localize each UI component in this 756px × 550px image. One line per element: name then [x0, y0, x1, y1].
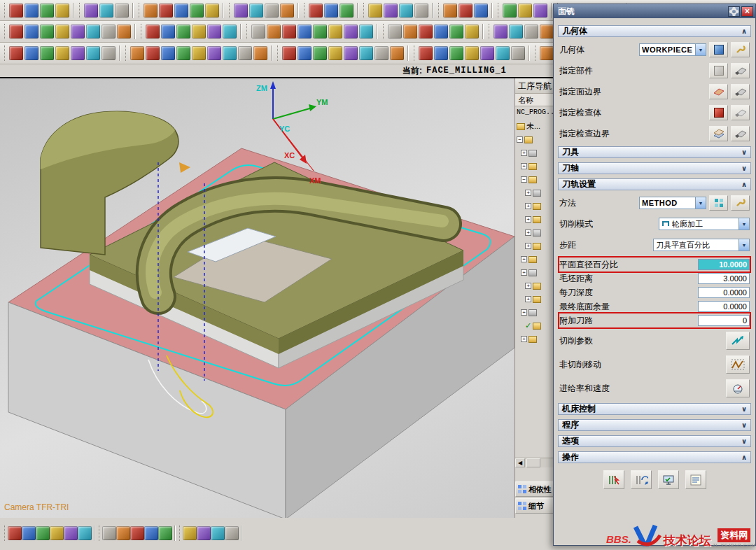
- toolbar-icon[interactable]: [282, 46, 296, 60]
- tree-node[interactable]: ✓: [515, 319, 553, 332]
- toolbar-icon[interactable]: [298, 46, 312, 60]
- toolbar-icon[interactable]: [197, 526, 211, 540]
- toolbar-icon[interactable]: [71, 24, 85, 38]
- section-geometry-header[interactable]: 几何体 ∧: [558, 25, 751, 37]
- expand-icon[interactable]: +: [525, 283, 531, 289]
- toolbar-icon[interactable]: [24, 3, 38, 17]
- toolbar-icon[interactable]: [192, 46, 206, 60]
- final-floor-stock-input[interactable]: 0.0000: [698, 301, 750, 312]
- navigator-title[interactable]: 工序导航: [515, 78, 553, 94]
- toolbar-icon[interactable]: [328, 46, 342, 60]
- section-options-header[interactable]: 选项 ∨: [558, 435, 751, 447]
- section-tool-header[interactable]: 刀具 ∨: [558, 146, 751, 158]
- edit-geometry-button[interactable]: [731, 42, 750, 57]
- blank-distance-input[interactable]: 3.0000: [698, 273, 750, 284]
- toolbar-icon[interactable]: [225, 526, 239, 540]
- new-geometry-button[interactable]: [709, 42, 728, 57]
- collapse-icon[interactable]: −: [517, 136, 523, 143]
- toolbar-icon[interactable]: [344, 46, 358, 60]
- dialog-title-bar[interactable]: 面铣 ×: [554, 4, 755, 18]
- expand-icon[interactable]: +: [525, 243, 531, 249]
- toolbar-icon[interactable]: [414, 3, 428, 17]
- scroll-left-icon[interactable]: ◀: [515, 458, 525, 467]
- toolbar-icon[interactable]: [324, 3, 338, 17]
- toolbar-icon[interactable]: [443, 3, 457, 17]
- stepover-combo[interactable]: 刀具平直百分比 ▼: [653, 239, 750, 251]
- toolbar-icon[interactable]: [22, 526, 36, 540]
- select-face-boundary-button[interactable]: [709, 84, 728, 99]
- select-part-button[interactable]: [709, 63, 728, 78]
- tree-node[interactable]: +: [515, 226, 553, 239]
- toolbar-icon[interactable]: [524, 24, 538, 38]
- toolbar-icon[interactable]: [146, 24, 160, 38]
- scroll-thumb[interactable]: [526, 458, 540, 467]
- dialog-options-button[interactable]: [728, 6, 740, 17]
- toolbar-icon[interactable]: [280, 3, 294, 17]
- toolbar-icon[interactable]: [434, 46, 448, 60]
- toolbar-icon[interactable]: [146, 46, 160, 60]
- toolbar-icon[interactable]: [116, 526, 130, 540]
- toolbar-icon[interactable]: [9, 3, 23, 17]
- toolbar-icon[interactable]: [309, 3, 323, 17]
- toolbar-icon[interactable]: [399, 3, 413, 17]
- toolbar-icon[interactable]: [207, 46, 221, 60]
- details-panel-bar[interactable]: 细节: [515, 498, 553, 514]
- feeds-speeds-button[interactable]: [726, 379, 750, 397]
- section-tool-axis-header[interactable]: 刀轴 ∨: [558, 162, 751, 174]
- toolbar-icon[interactable]: [511, 46, 525, 60]
- toolbar-icon[interactable]: [161, 24, 175, 38]
- expand-icon[interactable]: +: [521, 256, 527, 262]
- expand-icon[interactable]: +: [525, 216, 531, 223]
- toolbar-icon[interactable]: [8, 526, 22, 540]
- highlight-face-boundary-button[interactable]: [731, 84, 750, 99]
- tree-node[interactable]: 未...: [515, 120, 553, 133]
- toolbar-icon[interactable]: [493, 24, 507, 38]
- section-path-settings-header[interactable]: 刀轨设置 ∧: [558, 178, 751, 190]
- toolbar-icon[interactable]: [390, 46, 404, 60]
- toolbar-icon[interactable]: [71, 46, 85, 60]
- chevron-down-icon[interactable]: ▼: [695, 44, 706, 55]
- expand-icon[interactable]: +: [521, 309, 527, 316]
- toolbar-icon[interactable]: [176, 24, 190, 38]
- toolbar-icon[interactable]: [465, 24, 479, 38]
- tree-node[interactable]: +: [515, 186, 553, 199]
- toolbar-icon[interactable]: [465, 46, 479, 60]
- toolbar-icon[interactable]: [540, 46, 554, 60]
- tree-node[interactable]: +: [515, 306, 553, 319]
- dependencies-panel-bar[interactable]: 相依性: [515, 481, 553, 497]
- highlight-check-body-button[interactable]: [731, 105, 750, 120]
- tree-node[interactable]: −: [515, 133, 553, 146]
- tree-node[interactable]: +: [515, 239, 553, 253]
- navigator-name-column[interactable]: 名称: [515, 94, 553, 106]
- additional-passes-input[interactable]: 0: [698, 315, 750, 326]
- toolbar-icon[interactable]: [55, 3, 69, 17]
- tree-node[interactable]: +: [515, 266, 553, 279]
- toolbar-icon[interactable]: [50, 526, 64, 540]
- toolbar-icon[interactable]: [190, 3, 204, 17]
- toolbar-icon[interactable]: [518, 3, 532, 17]
- toolbar-icon[interactable]: [192, 24, 206, 38]
- toolbar-icon[interactable]: [223, 24, 237, 38]
- toolbar-icon[interactable]: [267, 24, 281, 38]
- toolbar-icon[interactable]: [24, 24, 38, 38]
- tree-node[interactable]: +: [515, 213, 553, 226]
- tree-node[interactable]: +: [515, 253, 553, 266]
- toolbar-icon[interactable]: [340, 3, 354, 17]
- list-toolpath-button[interactable]: [685, 470, 706, 489]
- toolbar-icon[interactable]: [384, 3, 398, 17]
- tree-node[interactable]: +: [515, 146, 553, 160]
- toolbar-icon[interactable]: [24, 46, 38, 60]
- toolbar-icon[interactable]: [328, 24, 342, 38]
- verify-toolpath-button[interactable]: [658, 470, 679, 489]
- toolbar-icon[interactable]: [78, 526, 92, 540]
- section-machine-control-header[interactable]: 机床控制 ∨: [558, 403, 751, 415]
- graphics-viewport[interactable]: ZM YM YC XC XM Camera TFR-TRI: [0, 78, 514, 518]
- generate-toolpath-button[interactable]: [603, 470, 624, 489]
- expand-icon[interactable]: +: [525, 203, 531, 209]
- tree-node[interactable]: +: [515, 160, 553, 173]
- tree-node[interactable]: +: [515, 292, 553, 306]
- toolbar-icon[interactable]: [55, 24, 69, 38]
- toolbar-icon[interactable]: [176, 46, 190, 60]
- toolbar-icon[interactable]: [102, 526, 116, 540]
- toolbar-icon[interactable]: [102, 46, 115, 60]
